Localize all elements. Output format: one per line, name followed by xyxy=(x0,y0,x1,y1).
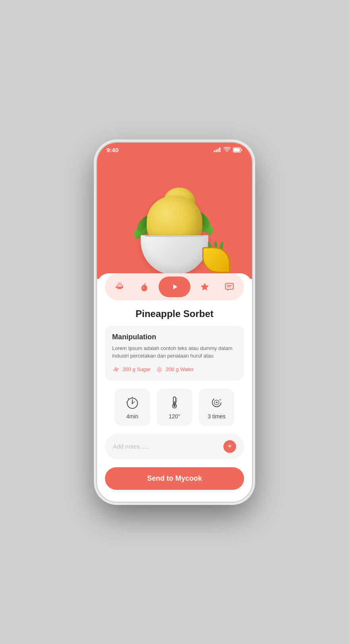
content-area: Pineapple Sorbet Manipulation Lorem Ipsu… xyxy=(97,273,252,502)
stat-repetitions-value: 3 times xyxy=(207,413,225,420)
play-icon xyxy=(170,282,179,291)
manipulation-description: Lorem Ipsum adalah contoh teks atau dumm… xyxy=(112,344,237,360)
ingredient-sugar: 200 g Sugar xyxy=(112,366,151,373)
phone-shell: 9:40 xyxy=(97,143,252,502)
tab-notes[interactable] xyxy=(219,277,240,297)
stat-temperature: 120° xyxy=(157,389,192,426)
stat-repetitions: 3 times xyxy=(199,389,235,426)
stat-time: 4min xyxy=(114,389,150,426)
stat-time-value: 4min xyxy=(126,413,138,420)
svg-rect-11 xyxy=(117,288,122,289)
cooking-icon xyxy=(114,282,125,292)
notes-add-button[interactable]: + xyxy=(223,440,236,453)
svg-point-32 xyxy=(216,402,217,403)
signal-icon xyxy=(214,147,221,152)
svg-rect-1 xyxy=(216,150,217,153)
ingredient-water: 200 g Water xyxy=(155,366,194,373)
svg-line-9 xyxy=(121,282,121,283)
svg-point-22 xyxy=(132,402,133,404)
manipulation-card: Manipulation Lorem Ipsum adalah contoh t… xyxy=(105,326,244,381)
svg-rect-10 xyxy=(116,287,124,288)
ice-cream-visual xyxy=(111,164,238,279)
apple-icon xyxy=(140,282,149,292)
sugar-label: 200 g Sugar xyxy=(122,366,151,372)
notes-placeholder: Add notes...... xyxy=(113,443,150,450)
send-button[interactable]: Send to Mycook xyxy=(105,467,244,490)
notes-icon xyxy=(225,282,234,292)
svg-rect-0 xyxy=(214,151,215,152)
svg-rect-25 xyxy=(174,401,175,405)
tab-favorite[interactable] xyxy=(194,277,215,297)
sugar-icon xyxy=(112,366,120,373)
svg-rect-3 xyxy=(219,147,221,152)
pineapple-body xyxy=(202,247,230,273)
notes-container[interactable]: Add notes...... + xyxy=(105,434,244,459)
svg-rect-2 xyxy=(217,149,219,152)
status-bar: 9:40 xyxy=(97,143,252,156)
tab-nutrition[interactable] xyxy=(134,277,155,297)
hero-area xyxy=(97,156,252,279)
svg-rect-15 xyxy=(225,283,233,289)
ingredients-row: 200 g Sugar 200 g Water xyxy=(112,366,237,373)
svg-point-26 xyxy=(174,405,176,407)
water-label: 200 g Water xyxy=(166,366,194,372)
water-icon xyxy=(155,366,163,373)
star-icon xyxy=(200,282,209,292)
timer-icon xyxy=(125,395,140,410)
recipe-title: Pineapple Sorbet xyxy=(105,308,244,319)
stats-row: 4min 120° xyxy=(105,389,244,426)
repeat-icon xyxy=(209,395,224,410)
status-icons xyxy=(214,147,242,153)
stat-temperature-value: 120° xyxy=(169,413,180,420)
wifi-icon xyxy=(223,147,231,153)
svg-line-8 xyxy=(118,282,118,283)
svg-point-4 xyxy=(227,151,228,152)
status-time: 9:40 xyxy=(107,147,118,153)
svg-rect-6 xyxy=(234,148,240,151)
tab-play[interactable] xyxy=(159,277,190,297)
thermometer-icon xyxy=(167,395,182,410)
manipulation-heading: Manipulation xyxy=(112,333,237,341)
tab-cooking[interactable] xyxy=(109,277,130,297)
battery-icon xyxy=(233,147,242,153)
svg-marker-13 xyxy=(173,284,177,289)
tab-bar xyxy=(105,273,244,300)
svg-marker-14 xyxy=(201,283,209,290)
pineapple-decoration xyxy=(198,241,230,273)
